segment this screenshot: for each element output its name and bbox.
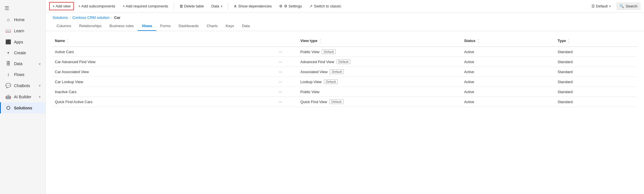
cell-type-4: Standard [555, 87, 637, 97]
row-context-menu-2[interactable]: ··· [277, 69, 284, 75]
views-table: Name ↑↓ View type ↑↓ Status ↑↓ Type ↑↓ [53, 36, 637, 107]
tab-relationships[interactable]: Relationships [75, 21, 105, 31]
sidebar-item-learn[interactable]: 📖 Learn [0, 25, 45, 36]
row-context-menu-4[interactable]: ··· [277, 89, 284, 95]
sidebar-item-chatbots[interactable]: 💬 Chatbots ∨ [0, 80, 45, 91]
sidebar-item-apps[interactable]: ⬛ Apps [0, 36, 45, 47]
data-button[interactable]: Data ∨ [208, 2, 226, 10]
cell-viewtype-3: Lookup ViewDefault [298, 77, 462, 87]
tab-forms[interactable]: Forms [156, 21, 175, 31]
viewtype-badge-5: Default [329, 99, 343, 104]
cell-viewtype-5: Quick Find ViewDefault [298, 97, 462, 107]
search-label: Search [626, 4, 637, 8]
row-context-menu-1[interactable]: ··· [277, 59, 284, 65]
settings-icon: ⚙ [279, 4, 283, 8]
cell-dots-2[interactable]: ··· [275, 67, 298, 77]
viewtype-badge-1: Default [337, 59, 351, 64]
table-row: Active Cars···Public ViewDefaultActiveSt… [53, 47, 637, 57]
cell-dots-3[interactable]: ··· [275, 77, 298, 87]
default-button[interactable]: ☰ Default ∨ [588, 2, 614, 10]
settings-button[interactable]: ⚙ ⚙ Settings [276, 2, 305, 10]
learn-icon: 📖 [5, 28, 11, 33]
sidebar-label-solutions: Solutions [14, 106, 32, 110]
toolbar-separator-1 [174, 3, 174, 10]
add-required-label: + Add required components [123, 4, 168, 8]
cell-type-0: Standard [555, 47, 637, 57]
sidebar-item-solutions[interactable]: ⬡ Solutions [0, 102, 45, 113]
tab-charts[interactable]: Charts [203, 21, 221, 31]
row-context-menu-0[interactable]: ··· [277, 49, 284, 55]
data-chevron-icon: ∨ [39, 62, 41, 66]
viewtype-text-0: Public View [300, 50, 319, 54]
cell-status-0: Active [462, 47, 555, 57]
tab-data[interactable]: Data [238, 21, 254, 31]
search-icon: 🔍 [619, 4, 624, 8]
viewtype-text-1: Advanced Find View [300, 60, 334, 64]
viewtype-container-1: Advanced Find ViewDefault [300, 59, 459, 64]
viewtype-text-4: Public View [300, 90, 319, 94]
viewtype-container-0: Public ViewDefault [300, 49, 459, 54]
col-header-type[interactable]: Type ↑↓ [555, 36, 637, 47]
sidebar-item-ai-builder[interactable]: 🤖 AI Builder ∨ [0, 91, 45, 102]
add-subcomponents-label: + Add subcomponents [78, 4, 115, 8]
col-header-status[interactable]: Status ↑↓ [462, 36, 555, 47]
sidebar-label-apps: Apps [14, 40, 23, 44]
delete-table-button[interactable]: 🗑 Delete table [176, 2, 207, 10]
col-header-name[interactable]: Name ↑↓ [53, 36, 275, 47]
home-icon: ⌂ [5, 17, 11, 22]
add-view-button[interactable]: + Add view [49, 2, 74, 10]
col-header-viewtype[interactable]: View type ↑↓ [298, 36, 462, 47]
add-subcomponents-button[interactable]: + Add subcomponents [75, 2, 118, 10]
cell-dots-5[interactable]: ··· [275, 97, 298, 107]
viewtype-sort-icon: ↑↓ [320, 39, 321, 44]
breadcrumb-crm[interactable]: Contoso CRM solution [72, 15, 109, 20]
sidebar-label-flows: Flows [14, 72, 25, 77]
cell-name-3[interactable]: Car Lookup View [53, 77, 275, 87]
breadcrumb-sep-1: › [69, 16, 71, 20]
viewtype-text-3: Lookup View [300, 80, 321, 84]
tab-dashboards[interactable]: Dashboards [175, 21, 203, 31]
cell-name-0[interactable]: Active Cars [53, 47, 275, 57]
cell-viewtype-0: Public ViewDefault [298, 47, 462, 57]
sidebar-item-home[interactable]: ⌂ Home [0, 14, 45, 25]
tab-business-rules[interactable]: Business rules [105, 21, 138, 31]
cell-dots-4[interactable]: ··· [275, 87, 298, 97]
table-area: Name ↑↓ View type ↑↓ Status ↑↓ Type ↑↓ [46, 31, 644, 194]
status-sort-icon: ↑↓ [478, 39, 479, 44]
show-dependencies-icon: ⋔ [234, 4, 237, 8]
cell-name-2[interactable]: Car Associated View [53, 67, 275, 77]
sidebar-label-create: Create [14, 51, 26, 55]
sidebar-item-create[interactable]: + Create [0, 47, 45, 58]
breadcrumb-solutions[interactable]: Solutions [53, 15, 68, 20]
name-sort-icon: ↑↓ [67, 39, 69, 44]
switch-classic-button[interactable]: ↗ Switch to classic [306, 2, 344, 10]
search-button[interactable]: 🔍 Search [616, 2, 641, 10]
tab-views[interactable]: Views [138, 21, 156, 31]
sidebar-label-ai-builder: AI Builder [14, 95, 31, 99]
sidebar-item-data[interactable]: 🗄 Data ∨ [0, 58, 45, 69]
tab-columns[interactable]: Columns [53, 21, 75, 31]
default-label: Default [596, 4, 608, 8]
cell-name-1[interactable]: Car Advanced Find View [53, 57, 275, 67]
show-dependencies-button[interactable]: ⋔ Show dependencies [231, 2, 275, 10]
cell-status-5: Active [462, 97, 555, 107]
cell-name-5[interactable]: Quick Find Active Cars [53, 97, 275, 107]
cell-dots-0[interactable]: ··· [275, 47, 298, 57]
hamburger-menu[interactable]: ☰ [0, 2, 45, 14]
viewtype-container-2: Associated ViewDefault [300, 69, 459, 74]
row-context-menu-5[interactable]: ··· [277, 99, 284, 105]
data-icon: 🗄 [5, 61, 11, 66]
breadcrumb: Solutions › Contoso CRM solution › Car [46, 13, 644, 21]
sidebar-item-flows[interactable]: ↕ Flows [0, 69, 45, 80]
sidebar-label-home: Home [14, 17, 25, 22]
cell-name-4[interactable]: Inactive Cars [53, 87, 275, 97]
viewtype-badge-3: Default [324, 79, 338, 84]
viewtype-container-4: Public View [300, 90, 459, 94]
cell-viewtype-1: Advanced Find ViewDefault [298, 57, 462, 67]
tab-keys[interactable]: Keys [222, 21, 238, 31]
sidebar-label-learn: Learn [14, 29, 24, 33]
cell-dots-1[interactable]: ··· [275, 57, 298, 67]
row-context-menu-3[interactable]: ··· [277, 79, 284, 85]
add-required-button[interactable]: + Add required components [119, 2, 171, 10]
switch-classic-icon: ↗ [309, 4, 313, 8]
